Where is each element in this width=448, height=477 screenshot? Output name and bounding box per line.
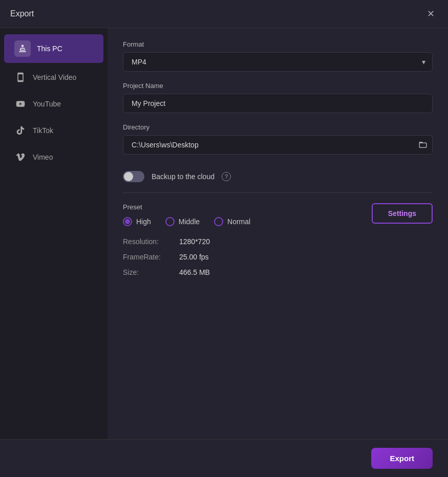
project-name-label: Project Name xyxy=(123,82,433,90)
preset-row: High Middle Normal xyxy=(123,217,250,226)
project-name-group: Project Name xyxy=(123,82,433,113)
preset-normal[interactable]: Normal xyxy=(214,217,250,226)
directory-label: Directory xyxy=(123,123,433,131)
toggle-slider xyxy=(123,171,144,182)
backup-row: Backup to the cloud ? xyxy=(123,165,433,188)
preset-high-label: High xyxy=(136,218,151,226)
divider xyxy=(123,192,433,193)
backup-label: Backup to the cloud xyxy=(152,172,215,181)
vimeo-icon xyxy=(14,151,27,163)
directory-group: Directory xyxy=(123,123,433,155)
framerate-value: 25.00 fps xyxy=(179,253,209,261)
preset-middle[interactable]: Middle xyxy=(165,217,200,226)
size-label: Size: xyxy=(123,268,179,276)
resolution-label: Resolution: xyxy=(123,237,179,246)
format-select-wrapper: MP4 MOV AVI MKV ▾ xyxy=(123,52,433,72)
sidebar-item-vertical-video[interactable]: Vertical Video xyxy=(4,65,103,90)
sidebar-label-this-pc: This PC xyxy=(37,45,62,53)
preset-normal-radio[interactable] xyxy=(214,217,223,226)
vertical-video-icon xyxy=(14,71,27,83)
window-title: Export xyxy=(10,9,34,18)
youtube-icon xyxy=(14,98,27,110)
backup-toggle[interactable] xyxy=(123,171,144,182)
footer: Export xyxy=(0,439,448,477)
browse-button[interactable] xyxy=(418,140,428,149)
size-row: Size: 466.5 MB xyxy=(123,268,433,276)
format-select[interactable]: MP4 MOV AVI MKV xyxy=(123,52,433,72)
sidebar-item-youtube[interactable]: YouTube xyxy=(4,92,103,116)
title-bar: Export ✕ xyxy=(0,0,448,28)
preset-middle-label: Middle xyxy=(179,218,200,226)
content-area: This PC Vertical Video YouTube xyxy=(0,28,448,439)
framerate-row: FrameRate: 25.00 fps xyxy=(123,253,433,261)
preset-section: Preset High Middle xyxy=(123,203,433,237)
sidebar-item-this-pc[interactable]: This PC xyxy=(4,34,103,63)
resolution-value: 1280*720 xyxy=(179,237,210,246)
project-name-input[interactable] xyxy=(123,94,433,113)
preset-left: Preset High Middle xyxy=(123,203,250,237)
this-pc-icon xyxy=(14,40,31,57)
close-button[interactable]: ✕ xyxy=(424,7,438,20)
sidebar-label-vimeo: Vimeo xyxy=(33,153,53,161)
directory-wrapper xyxy=(123,135,433,155)
tiktok-icon xyxy=(14,124,27,137)
framerate-label: FrameRate: xyxy=(123,253,179,261)
export-window: Export ✕ This PC Ve xyxy=(0,0,448,477)
format-label: Format xyxy=(123,40,433,48)
main-panel: Format MP4 MOV AVI MKV ▾ Project Name xyxy=(108,28,448,439)
size-value: 466.5 MB xyxy=(179,268,210,276)
info-table: Resolution: 1280*720 FrameRate: 25.00 fp… xyxy=(123,237,433,276)
resolution-row: Resolution: 1280*720 xyxy=(123,237,433,246)
help-icon[interactable]: ? xyxy=(222,172,231,181)
format-group: Format MP4 MOV AVI MKV ▾ xyxy=(123,40,433,72)
preset-normal-label: Normal xyxy=(227,218,250,226)
sidebar-label-youtube: YouTube xyxy=(33,100,61,108)
export-button[interactable]: Export xyxy=(371,448,433,469)
sidebar-label-tiktok: TikTok xyxy=(33,126,53,135)
preset-middle-radio[interactable] xyxy=(165,217,175,226)
preset-label: Preset xyxy=(123,203,250,211)
preset-high-radio[interactable] xyxy=(123,217,132,226)
sidebar-label-vertical-video: Vertical Video xyxy=(33,73,76,81)
preset-high[interactable]: High xyxy=(123,217,151,226)
sidebar: This PC Vertical Video YouTube xyxy=(0,28,108,439)
sidebar-item-tiktok[interactable]: TikTok xyxy=(4,118,103,143)
settings-button[interactable]: Settings xyxy=(372,203,433,224)
sidebar-item-vimeo[interactable]: Vimeo xyxy=(4,145,103,169)
directory-input[interactable] xyxy=(123,135,433,155)
